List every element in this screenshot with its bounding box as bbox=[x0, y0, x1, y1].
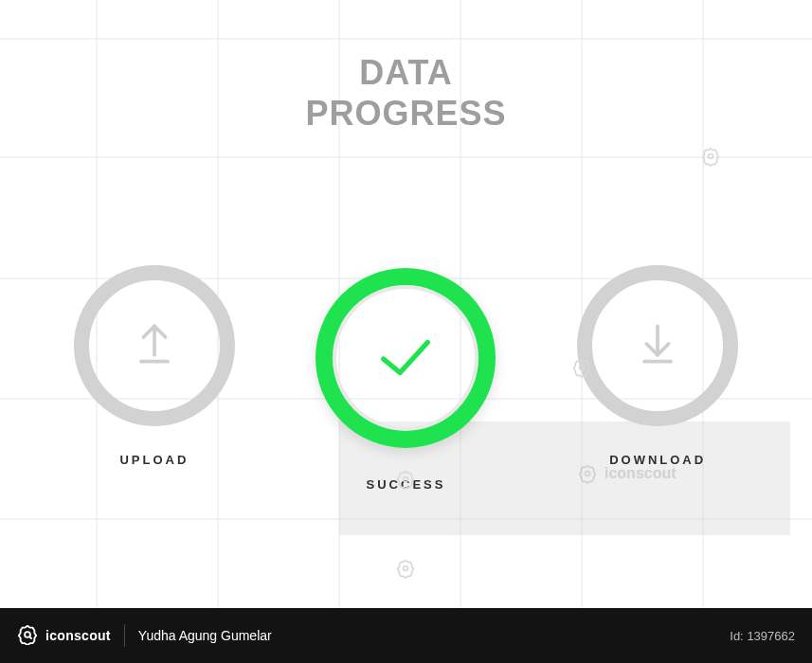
success-label: SUCCESS bbox=[367, 477, 446, 492]
status-item-download: DOWNLOAD bbox=[534, 265, 781, 467]
page-title: DATA PROGRESS bbox=[0, 52, 812, 134]
svg-point-18 bbox=[404, 566, 408, 571]
download-icon bbox=[631, 317, 684, 374]
watermark-icon bbox=[701, 147, 720, 166]
svg-point-15 bbox=[709, 154, 713, 159]
success-circle bbox=[316, 268, 496, 448]
footer-id-value: 1397662 bbox=[747, 629, 795, 643]
check-icon bbox=[372, 323, 439, 393]
footer-brand[interactable]: iconscout bbox=[17, 624, 111, 648]
footer-brand-text: iconscout bbox=[45, 628, 111, 643]
title-line-2: PROGRESS bbox=[0, 93, 812, 134]
download-label: DOWNLOAD bbox=[609, 453, 706, 467]
footer-id: Id: 1397662 bbox=[730, 629, 795, 643]
status-item-success: SUCCESS bbox=[282, 265, 529, 492]
attribution-footer: iconscout Yudha Agung Gumelar Id: 139766… bbox=[0, 608, 812, 663]
status-item-upload: UPLOAD bbox=[31, 265, 278, 467]
footer-author[interactable]: Yudha Agung Gumelar bbox=[138, 628, 272, 643]
watermark-icon bbox=[396, 559, 415, 578]
footer-id-label: Id: bbox=[730, 629, 743, 643]
svg-line-21 bbox=[29, 636, 31, 638]
upload-icon bbox=[128, 317, 181, 374]
footer-separator bbox=[124, 624, 125, 647]
preview-canvas: DATA PROGRESS UPLOAD bbox=[0, 0, 812, 608]
status-row: UPLOAD SUCCESS bbox=[0, 265, 812, 492]
title-line-1: DATA bbox=[0, 52, 812, 93]
svg-point-20 bbox=[25, 632, 30, 637]
upload-circle bbox=[74, 265, 235, 426]
brand-logo-icon bbox=[17, 624, 38, 648]
download-circle bbox=[577, 265, 738, 426]
upload-label: UPLOAD bbox=[119, 453, 189, 467]
